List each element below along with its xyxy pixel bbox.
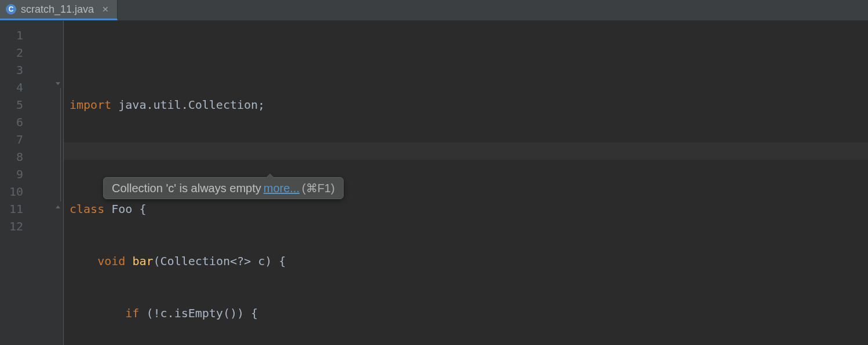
line-number: 12 xyxy=(0,218,23,235)
code-line: import java.util.Collection; xyxy=(70,96,868,113)
tooltip-more-link[interactable]: more... xyxy=(264,182,300,195)
line-number: 8 xyxy=(0,148,23,166)
line-number: 7 xyxy=(0,131,23,148)
tab-bar: C scratch_11.java ✕ xyxy=(0,0,868,21)
file-tab[interactable]: C scratch_11.java ✕ xyxy=(0,0,118,20)
fold-collapse-icon[interactable] xyxy=(54,81,61,88)
inspection-tooltip: Collection 'c' is always empty more... (… xyxy=(103,177,344,199)
line-number: 3 xyxy=(0,61,23,79)
line-number: 4 xyxy=(0,79,23,96)
code-line xyxy=(70,148,868,166)
close-icon[interactable]: ✕ xyxy=(102,5,109,14)
code-line: void bar(Collection<?> c) { xyxy=(70,252,868,270)
line-number: 5 xyxy=(0,96,23,113)
tab-filename: scratch_11.java xyxy=(21,3,94,16)
line-number: 1 xyxy=(0,27,23,44)
tooltip-shortcut: (⌘F1) xyxy=(302,181,335,195)
tooltip-message: Collection 'c' is always empty xyxy=(112,182,261,195)
fold-guide-line xyxy=(60,88,61,201)
line-number: 10 xyxy=(0,183,23,200)
code-line: if (!c.isEmpty()) { xyxy=(70,304,868,322)
line-number-gutter: 1 2 3 4 5 6 7 8 9 10 11 12 xyxy=(0,21,29,345)
tooltip-arrow-icon xyxy=(266,174,274,178)
line-number: 6 xyxy=(0,113,23,131)
line-number: 9 xyxy=(0,166,23,183)
fold-expand-icon[interactable] xyxy=(54,203,61,210)
line-number: 11 xyxy=(0,200,23,218)
fold-gutter xyxy=(29,21,64,345)
class-file-icon: C xyxy=(6,4,16,14)
line-number: 2 xyxy=(0,44,23,61)
code-line: class Foo { xyxy=(70,200,868,218)
